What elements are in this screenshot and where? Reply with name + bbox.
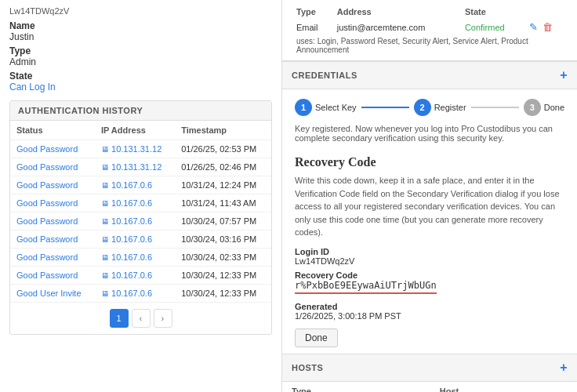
- table-row: Good Password🖥10.167.0.610/30/24, 02:33 …: [10, 249, 271, 267]
- ip-link[interactable]: 10.167.0.6: [111, 289, 152, 298]
- table-row: Good Password🖥10.167.0.610/30/24, 07:57 …: [10, 212, 271, 230]
- contact-address: justin@arcemtene.com: [332, 19, 460, 35]
- type-value: Admin: [9, 56, 272, 67]
- next-page-button[interactable]: ›: [154, 309, 172, 328]
- login-id-label: Login ID: [295, 247, 564, 256]
- monitor-icon: 🖥: [101, 145, 109, 154]
- credentials-section: CREDENTIALS + 1 Select Key 2 Register 3 …: [282, 61, 577, 149]
- auth-status[interactable]: Good Password: [10, 249, 95, 267]
- auth-timestamp: 10/30/24, 12:33 PM: [175, 267, 271, 285]
- credentials-header: CREDENTIALS +: [282, 61, 577, 89]
- generated-label: Generated: [295, 302, 564, 311]
- auth-ip[interactable]: 🖥10.167.0.6: [95, 212, 175, 230]
- hosts-col-type: Type: [282, 382, 430, 393]
- name-label: Name: [9, 20, 272, 31]
- auth-ip[interactable]: 🖥10.131.31.12: [95, 158, 175, 176]
- state-value[interactable]: Can Log In: [9, 82, 272, 93]
- hosts-table: Type Host No Hosts: [282, 382, 577, 393]
- contact-state: Confirmed: [460, 19, 524, 35]
- contact-row: Type Address State Email justin@arcemten…: [282, 0, 577, 61]
- step-3: 3 Done: [524, 99, 564, 116]
- auth-status[interactable]: Good Password: [10, 230, 95, 249]
- hosts-add-icon[interactable]: +: [560, 361, 568, 375]
- step-2-circle: 2: [414, 99, 431, 116]
- ip-link[interactable]: 10.167.0.6: [111, 270, 152, 280]
- ip-link[interactable]: 10.167.0.6: [111, 198, 152, 208]
- right-panel: Type Address State Email justin@arcemten…: [282, 0, 577, 392]
- monitor-icon: 🖥: [101, 289, 109, 298]
- auth-status[interactable]: Good Password: [10, 158, 95, 176]
- credentials-add-icon[interactable]: +: [560, 68, 568, 82]
- step-1: 1 Select Key: [295, 99, 357, 116]
- login-id-value: Lw14TDWq2zV: [295, 256, 564, 266]
- auth-table: Status IP Address Timestamp Good Passwor…: [10, 121, 271, 303]
- auth-ip[interactable]: 🖥10.167.0.6: [95, 249, 175, 267]
- auth-timestamp: 10/30/24, 03:16 PM: [175, 230, 271, 249]
- ip-link[interactable]: 10.167.0.6: [111, 180, 152, 190]
- page-1-button[interactable]: 1: [110, 309, 129, 328]
- auth-ip[interactable]: 🖥10.167.0.6: [95, 176, 175, 194]
- monitor-icon: 🖥: [101, 235, 109, 244]
- auth-timestamp: 10/30/24, 07:57 PM: [175, 212, 271, 230]
- table-row: Good Password🖥10.131.31.1201/26/25, 02:5…: [10, 140, 271, 158]
- auth-history-title: AUTHENTICATION HISTORY: [10, 101, 271, 121]
- delete-icon[interactable]: 🗑: [543, 21, 553, 33]
- step-2: 2 Register: [414, 99, 466, 116]
- monitor-icon: 🖥: [101, 199, 109, 208]
- ip-link[interactable]: 10.167.0.6: [111, 216, 152, 226]
- recovery-desc: Write this code down, keep it in a safe …: [295, 174, 564, 239]
- prev-page-button[interactable]: ‹: [132, 309, 151, 328]
- contact-col-state: State: [460, 5, 524, 19]
- auth-timestamp: 01/26/25, 02:46 PM: [175, 158, 271, 176]
- monitor-icon: 🖥: [101, 271, 109, 280]
- user-id: Lw14TDWq2zV: [9, 6, 272, 16]
- table-row: Good Password🖥10.131.31.1201/26/25, 02:4…: [10, 158, 271, 176]
- auth-status[interactable]: Good Password: [10, 212, 95, 230]
- hosts-title: HOSTS: [292, 363, 323, 372]
- monitor-icon: 🖥: [101, 181, 109, 190]
- auth-status[interactable]: Good User Invite: [10, 285, 95, 303]
- monitor-icon: 🖥: [101, 217, 109, 226]
- step-2-label: Register: [434, 103, 466, 112]
- ip-link[interactable]: 10.167.0.6: [111, 252, 152, 262]
- step-line-2: [471, 107, 519, 108]
- auth-timestamp: 10/30/24, 12:33 PM: [175, 285, 271, 303]
- recovery-title: Recovery Code: [295, 155, 564, 169]
- auth-timestamp: 10/30/24, 02:33 PM: [175, 249, 271, 267]
- contact-table: Type Address State Email justin@arcemten…: [292, 5, 568, 35]
- col-ip: IP Address: [95, 121, 175, 140]
- ip-link[interactable]: 10.131.31.12: [111, 162, 161, 172]
- contact-actions: ✎ 🗑: [524, 19, 568, 35]
- auth-status[interactable]: Good Password: [10, 194, 95, 212]
- table-row: Good Password🖥10.167.0.610/31/24, 11:43 …: [10, 194, 271, 212]
- ip-link[interactable]: 10.131.31.12: [111, 144, 161, 154]
- done-button[interactable]: Done: [295, 328, 338, 347]
- uses-text: uses: Login, Password Reset, Security Al…: [292, 35, 568, 56]
- col-timestamp: Timestamp: [175, 121, 271, 140]
- step-1-circle: 1: [295, 99, 312, 116]
- step-line-1: [361, 107, 409, 108]
- recovery-section: Recovery Code Write this code down, keep…: [282, 149, 577, 354]
- monitor-icon: 🖥: [101, 253, 109, 262]
- col-status: Status: [10, 121, 95, 140]
- table-row: Good User Invite🖥10.167.0.610/30/24, 12:…: [10, 285, 271, 303]
- edit-icon[interactable]: ✎: [529, 21, 538, 33]
- auth-timestamp: 01/26/25, 02:53 PM: [175, 140, 271, 158]
- auth-ip[interactable]: 🖥10.167.0.6: [95, 194, 175, 212]
- auth-status[interactable]: Good Password: [10, 176, 95, 194]
- auth-status[interactable]: Good Password: [10, 140, 95, 158]
- confirmed-badge: Confirmed: [465, 23, 505, 32]
- left-panel: Lw14TDWq2zV Name Justin Type Admin State…: [0, 0, 282, 392]
- contact-col-actions: [524, 5, 568, 19]
- auth-status[interactable]: Good Password: [10, 267, 95, 285]
- state-label: State: [9, 71, 272, 82]
- contact-type: Email: [292, 19, 332, 35]
- step-3-label: Done: [544, 103, 564, 112]
- ip-link[interactable]: 10.167.0.6: [111, 234, 152, 244]
- stepper: 1 Select Key 2 Register 3 Done: [282, 89, 577, 121]
- table-row: Good Password🖥10.167.0.610/30/24, 12:33 …: [10, 267, 271, 285]
- auth-ip[interactable]: 🖥10.167.0.6: [95, 285, 175, 303]
- auth-ip[interactable]: 🖥10.167.0.6: [95, 267, 175, 285]
- auth-ip[interactable]: 🖥10.131.31.12: [95, 140, 175, 158]
- auth-ip[interactable]: 🖥10.167.0.6: [95, 230, 175, 249]
